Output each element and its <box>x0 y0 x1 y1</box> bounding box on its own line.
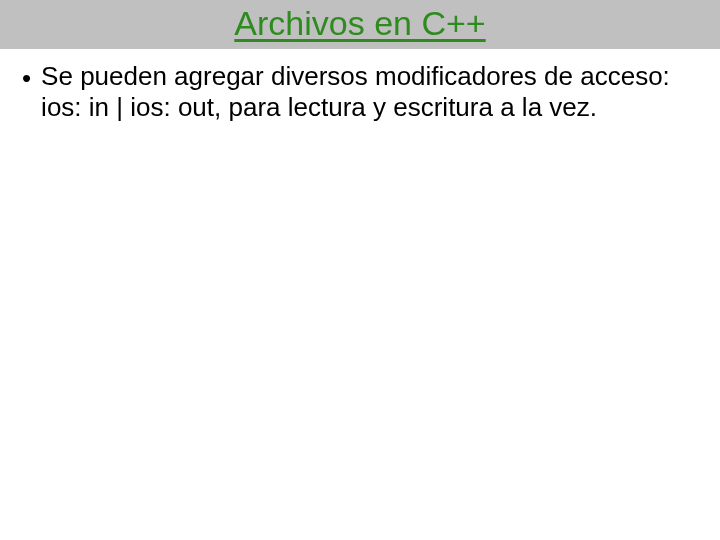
bullet-text: Se pueden agregar diversos modificadores… <box>41 61 698 122</box>
slide-title: Archivos en C++ <box>234 4 485 42</box>
list-item: • Se pueden agregar diversos modificador… <box>22 61 698 122</box>
bullet-marker-icon: • <box>22 63 31 94</box>
slide-content: • Se pueden agregar diversos modificador… <box>0 49 720 122</box>
slide-title-bar: Archivos en C++ <box>0 0 720 49</box>
